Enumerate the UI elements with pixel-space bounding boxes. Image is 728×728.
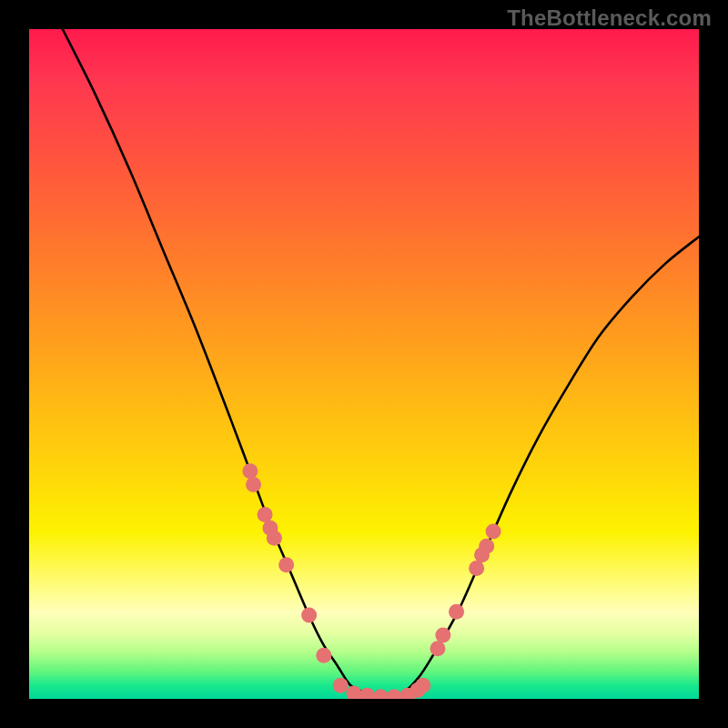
data-dot <box>267 531 282 546</box>
data-dot <box>242 463 258 479</box>
data-dot <box>301 608 317 623</box>
data-dot <box>479 539 494 554</box>
data-dot <box>346 686 361 699</box>
data-dot <box>278 557 294 572</box>
data-dot <box>430 641 445 656</box>
data-dot <box>246 477 261 492</box>
data-dot <box>449 604 464 620</box>
data-dot <box>469 561 484 576</box>
data-dot <box>435 628 450 643</box>
data-dot <box>258 507 273 522</box>
data-dot <box>486 524 501 540</box>
curve-line <box>63 29 699 699</box>
plot-area <box>29 29 699 699</box>
data-dot <box>387 689 402 699</box>
bottleneck-curve <box>29 29 699 699</box>
data-dot <box>415 678 430 693</box>
data-dot <box>373 689 389 699</box>
chart-frame: TheBottleneck.com <box>0 0 728 728</box>
data-dot <box>333 678 349 693</box>
data-dot <box>359 688 375 699</box>
data-dot <box>316 648 331 663</box>
watermark-text: TheBottleneck.com <box>507 5 712 31</box>
data-dots <box>242 463 500 699</box>
